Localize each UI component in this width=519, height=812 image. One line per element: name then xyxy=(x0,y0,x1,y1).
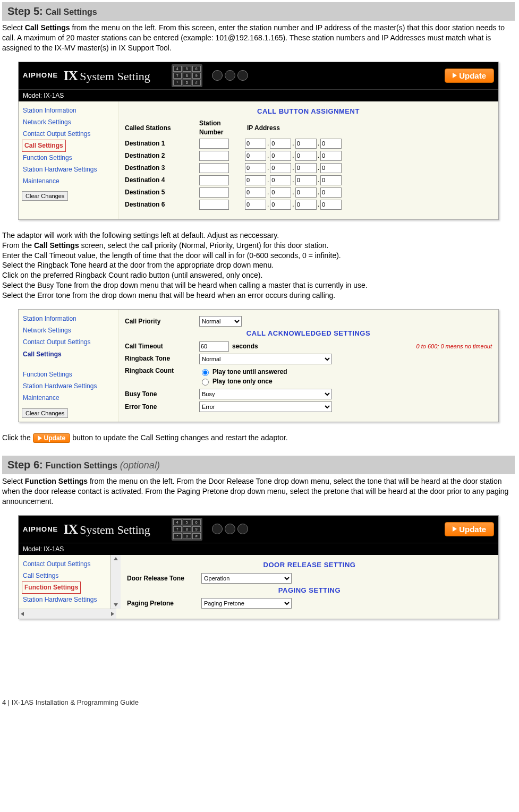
station-number-input[interactable] xyxy=(199,175,229,185)
destination-row: Destination 2... xyxy=(125,151,492,161)
ip-octet-input[interactable] xyxy=(270,200,291,210)
nav-item-network-settings[interactable]: Network Settings xyxy=(22,324,115,336)
call-timeout-label: Call Timeout xyxy=(125,342,199,351)
ringback-tone-select[interactable]: Normal xyxy=(199,354,332,364)
station-number-input[interactable] xyxy=(199,139,229,149)
nav-item-call-settings[interactable]: Call Settings xyxy=(22,140,66,151)
click-update-line: Click the Update button to update the Ca… xyxy=(2,433,515,443)
station-number-input[interactable] xyxy=(199,187,229,198)
ip-octet-input[interactable] xyxy=(245,200,266,210)
arrow-right-icon xyxy=(38,435,42,441)
panel-function-settings: AIPHONE IXSystem Setting 456 789 *0# Upd… xyxy=(18,515,499,619)
vertical-scrollbar[interactable] xyxy=(110,555,121,609)
ip-octet-input[interactable] xyxy=(295,175,317,185)
call-timeout-input[interactable] xyxy=(199,341,229,352)
ip-octet-input[interactable] xyxy=(295,200,317,210)
nav-item-function-settings[interactable]: Function Settings xyxy=(22,369,115,380)
update-button[interactable]: Update xyxy=(445,69,494,83)
ip-octet-input[interactable] xyxy=(320,187,342,198)
scroll-down-icon xyxy=(114,603,118,606)
destination-label: Destination 2 xyxy=(125,151,199,160)
panel1-header: AIPHONE IXSystem Setting 456 789 *0# Upd… xyxy=(19,62,498,89)
section-paging: PAGING SETTING xyxy=(127,586,492,595)
call-priority-select[interactable]: Normal xyxy=(199,316,242,327)
ringback-radio-until-answered[interactable]: Play tone until answered xyxy=(199,367,287,376)
busy-tone-label: Busy Tone xyxy=(125,390,199,398)
paging-pretone-select[interactable]: Paging Pretone xyxy=(201,598,292,609)
nav-item-station-hardware-settings[interactable]: Station Hardware Settings xyxy=(22,164,115,175)
ip-octet-input[interactable] xyxy=(295,139,317,149)
door-release-tone-select[interactable]: Operation xyxy=(201,573,292,584)
ip-octet-input[interactable] xyxy=(320,200,342,210)
inline-update-button[interactable]: Update xyxy=(33,433,71,443)
nav-item-call-settings[interactable]: Call Settings xyxy=(22,348,115,360)
arrow-right-icon xyxy=(453,526,457,532)
call-priority-label: Call Priority xyxy=(125,317,199,326)
model-label: Model: IX-1AS xyxy=(19,543,498,555)
ip-octet-input[interactable] xyxy=(245,163,266,173)
ip-octet-input[interactable] xyxy=(245,151,266,161)
ip-octet-input[interactable] xyxy=(245,139,266,149)
col-ip-address: IP Address xyxy=(247,124,280,132)
section-call-acknowledged: CALL ACKNOWLEDGED SETTINGS xyxy=(125,329,492,338)
horizontal-scrollbar[interactable] xyxy=(19,609,116,619)
panel3-header: AIPHONE IXSystem Setting 456 789 *0# Upd… xyxy=(19,516,498,543)
step5-number: Step 5: xyxy=(7,5,43,17)
destination-row: Destination 6... xyxy=(125,200,492,210)
station-number-input[interactable] xyxy=(199,151,229,161)
update-button[interactable]: Update xyxy=(445,522,494,536)
ip-octet-input[interactable] xyxy=(295,163,317,173)
clear-changes-button[interactable]: Clear Changes xyxy=(22,408,68,418)
ip-octet-input[interactable] xyxy=(245,187,266,198)
ip-octet-input[interactable] xyxy=(270,175,291,185)
ip-octet-input[interactable] xyxy=(320,175,342,185)
error-tone-select[interactable]: Error xyxy=(199,401,332,412)
nav-item-station-hardware-settings[interactable]: Station Hardware Settings xyxy=(22,380,115,392)
keypad-icon: 456 789 *0# xyxy=(172,518,202,541)
station-number-input[interactable] xyxy=(199,163,229,173)
ringback-radio-1[interactable] xyxy=(202,369,209,376)
device-buttons-icon xyxy=(212,70,248,81)
ip-octet-input[interactable] xyxy=(270,139,291,149)
ip-octet-input[interactable] xyxy=(320,163,342,173)
destination-row: Destination 3... xyxy=(125,163,492,173)
nav-item-maintenance[interactable]: Maintenance xyxy=(22,175,115,187)
nav-item-contact-output-settings[interactable]: Contact Output Settings xyxy=(22,336,115,348)
nav-item-call-settings[interactable]: Call Settings xyxy=(22,570,107,582)
ringback-tone-label: Ringback Tone xyxy=(125,354,199,363)
destination-label: Destination 6 xyxy=(125,200,199,209)
busy-tone-select[interactable]: Busy xyxy=(199,389,332,399)
step6-number: Step 6: xyxy=(7,459,43,471)
clear-changes-button[interactable]: Clear Changes xyxy=(22,191,68,201)
destination-label: Destination 4 xyxy=(125,176,199,184)
destination-row: Destination 5... xyxy=(125,187,492,198)
ip-octet-input[interactable] xyxy=(270,151,291,161)
section-door-release: DOOR RELEASE SETTING xyxy=(127,560,492,570)
scroll-right-icon xyxy=(111,612,114,616)
ip-octet-input[interactable] xyxy=(295,151,317,161)
ip-octet-input[interactable] xyxy=(270,163,291,173)
ip-octet-input[interactable] xyxy=(320,139,342,149)
nav-item-station-hardware-settings[interactable]: Station Hardware Settings xyxy=(22,594,107,605)
nav-item-contact-output-settings[interactable]: Contact Output Settings xyxy=(22,128,115,140)
panel1-nav: Station InformationNetwork SettingsConta… xyxy=(19,101,118,219)
ringback-radio-2[interactable] xyxy=(202,379,209,386)
app-title: IXSystem Setting xyxy=(63,520,150,539)
nav-item-maintenance[interactable]: Maintenance xyxy=(22,392,115,404)
nav-item-function-settings[interactable]: Function Settings xyxy=(22,582,81,593)
brand-logo: AIPHONE xyxy=(23,525,58,534)
nav-item-contact-output-settings[interactable]: Contact Output Settings xyxy=(22,558,107,570)
destination-row: Destination 4... xyxy=(125,175,492,185)
nav-item-network-settings[interactable]: Network Settings xyxy=(22,116,115,128)
panel-call-button-assignment: AIPHONE IXSystem Setting 456 789 *0# Upd… xyxy=(18,62,499,220)
station-number-input[interactable] xyxy=(199,200,229,210)
nav-item-station-information[interactable]: Station Information xyxy=(22,313,115,324)
nav-item-function-settings[interactable]: Function Settings xyxy=(22,152,115,164)
nav-item-station-information[interactable]: Station Information xyxy=(22,105,115,116)
ip-octet-input[interactable] xyxy=(245,175,266,185)
ip-octet-input[interactable] xyxy=(320,151,342,161)
ringback-radio-only-once[interactable]: Play tone only once xyxy=(199,377,287,386)
ip-octet-input[interactable] xyxy=(295,187,317,198)
paging-pretone-label: Paging Pretone xyxy=(127,599,201,608)
ip-octet-input[interactable] xyxy=(270,187,291,198)
